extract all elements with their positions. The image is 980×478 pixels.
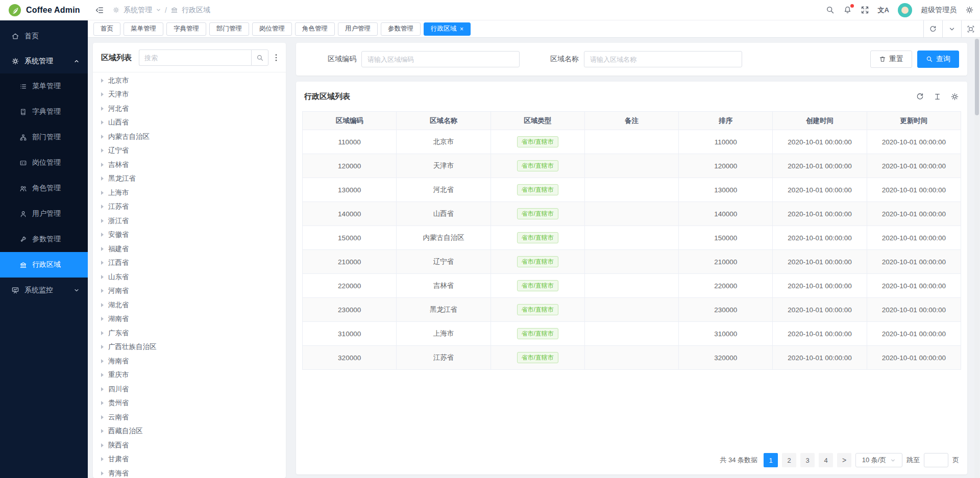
row-density-icon[interactable]: [934, 92, 941, 101]
language-switch-icon[interactable]: 文A: [878, 6, 889, 15]
tree-node[interactable]: 海南省: [93, 354, 286, 368]
sidebar-item-menu-mgmt[interactable]: 菜单管理: [0, 73, 88, 99]
search-icon[interactable]: [826, 6, 835, 14]
sidebar-item-param-mgmt[interactable]: 参数管理: [0, 227, 88, 252]
tab[interactable]: 字典管理: [166, 22, 206, 36]
tree-node[interactable]: 河北省: [93, 102, 286, 116]
tree-node[interactable]: 浙江省: [93, 214, 286, 228]
tab-close-icon[interactable]: [460, 26, 463, 32]
refresh-icon[interactable]: [923, 20, 942, 37]
caret-right-icon[interactable]: [101, 163, 104, 167]
table-row[interactable]: 320000 江苏省 省市/直辖市 320000 2020-10-01 00:0…: [303, 346, 961, 370]
fullscreen-icon[interactable]: [861, 6, 869, 14]
tree-node[interactable]: 天津市: [93, 88, 286, 102]
caret-right-icon[interactable]: [101, 135, 104, 139]
tree-node[interactable]: 上海市: [93, 186, 286, 200]
tab[interactable]: 首页: [93, 22, 120, 36]
tree-node[interactable]: 甘肃省: [93, 452, 286, 467]
caret-right-icon[interactable]: [101, 233, 104, 237]
expand-view-icon[interactable]: [961, 20, 980, 37]
table-row[interactable]: 230000 黑龙江省 省市/直辖市 230000 2020-10-01 00:…: [303, 298, 961, 322]
caret-right-icon[interactable]: [101, 303, 104, 307]
caret-right-icon[interactable]: [101, 191, 104, 195]
table-row[interactable]: 110000 北京市 省市/直辖市 110000 2020-10-01 00:0…: [303, 130, 961, 154]
caret-right-icon[interactable]: [101, 275, 104, 279]
caret-right-icon[interactable]: [101, 373, 104, 377]
query-button[interactable]: 查询: [917, 51, 959, 68]
tree-node[interactable]: 青海省: [93, 466, 286, 478]
tree-node[interactable]: 湖北省: [93, 298, 286, 312]
tree-node[interactable]: 江西省: [93, 256, 286, 270]
tab[interactable]: 用户管理: [338, 22, 378, 36]
page-number-button[interactable]: 2: [782, 453, 796, 467]
tab[interactable]: 岗位管理: [252, 22, 292, 36]
tree-node[interactable]: 福建省: [93, 242, 286, 256]
sidebar-item-region[interactable]: 行政区域: [0, 252, 88, 278]
caret-right-icon[interactable]: [101, 387, 104, 391]
chevron-down-icon[interactable]: [156, 7, 161, 13]
column-settings-gear-icon[interactable]: [950, 92, 959, 101]
refresh-icon[interactable]: [916, 92, 924, 101]
tree-node[interactable]: 广西壮族自治区: [93, 340, 286, 355]
table-header-cell[interactable]: 区域类型: [491, 112, 584, 130]
sidebar-item-home[interactable]: 首页: [0, 23, 88, 48]
tree-node[interactable]: 黑龙江省: [93, 172, 286, 186]
caret-right-icon[interactable]: [101, 261, 104, 265]
tree-node[interactable]: 重庆市: [93, 368, 286, 383]
tree-node[interactable]: 江苏省: [93, 200, 286, 214]
tree-node[interactable]: 吉林省: [93, 158, 286, 172]
table-header-cell[interactable]: 创建时间: [773, 112, 867, 130]
table-row[interactable]: 140000 山西省 省市/直辖市 140000 2020-10-01 00:0…: [303, 202, 961, 226]
tree-node[interactable]: 山西省: [93, 116, 286, 130]
more-options-icon[interactable]: [273, 54, 280, 62]
tab[interactable]: 参数管理: [381, 22, 421, 36]
caret-right-icon[interactable]: [101, 345, 104, 349]
next-page-button[interactable]: >: [837, 453, 851, 467]
page-size-select[interactable]: 10 条/页: [855, 453, 902, 467]
table-header-cell[interactable]: 区域编码: [303, 112, 397, 130]
table-row[interactable]: 130000 河北省 省市/直辖市 130000 2020-10-01 00:0…: [303, 178, 961, 202]
sidebar-item-user-mgmt[interactable]: 用户管理: [0, 201, 88, 227]
caret-right-icon[interactable]: [101, 120, 104, 124]
caret-right-icon[interactable]: [101, 219, 104, 223]
tree-node[interactable]: 四川省: [93, 382, 286, 396]
caret-right-icon[interactable]: [101, 79, 104, 83]
sidebar-collapse-icon[interactable]: [95, 6, 104, 15]
tree-node[interactable]: 广东省: [93, 326, 286, 340]
caret-right-icon[interactable]: [101, 289, 104, 293]
username[interactable]: 超级管理员: [921, 6, 957, 15]
caret-right-icon[interactable]: [101, 471, 104, 475]
caret-right-icon[interactable]: [101, 247, 104, 251]
sidebar-item-dept-mgmt[interactable]: 部门管理: [0, 124, 88, 150]
avatar[interactable]: [898, 3, 912, 17]
caret-right-icon[interactable]: [101, 401, 104, 405]
table-row[interactable]: 120000 天津市 省市/直辖市 120000 2020-10-01 00:0…: [303, 154, 961, 178]
tree-node[interactable]: 云南省: [93, 410, 286, 424]
tree-node[interactable]: 湖南省: [93, 312, 286, 326]
table-row[interactable]: 310000 上海市 省市/直辖市 310000 2020-10-01 00:0…: [303, 322, 961, 346]
sidebar-item-system[interactable]: 系统管理: [0, 48, 88, 73]
tab[interactable]: 行政区域: [424, 22, 471, 36]
caret-right-icon[interactable]: [101, 331, 104, 335]
table-header-cell[interactable]: 区域名称: [397, 112, 491, 130]
tree-node[interactable]: 北京市: [93, 73, 286, 88]
caret-right-icon[interactable]: [101, 177, 104, 181]
tree-node[interactable]: 安徽省: [93, 228, 286, 242]
tab[interactable]: 菜单管理: [124, 22, 163, 36]
page-number-button[interactable]: 1: [764, 453, 778, 467]
table-row[interactable]: 210000 辽宁省 省市/直辖市 210000 2020-10-01 00:0…: [303, 250, 961, 274]
caret-right-icon[interactable]: [101, 415, 104, 419]
sidebar-item-dict-mgmt[interactable]: 字典管理: [0, 99, 88, 124]
chevron-down-icon[interactable]: [942, 20, 961, 37]
caret-right-icon[interactable]: [101, 443, 104, 447]
scrollbar-thumb[interactable]: [975, 39, 979, 115]
vertical-scrollbar[interactable]: [974, 38, 979, 478]
caret-right-icon[interactable]: [101, 205, 104, 209]
table-row[interactable]: 150000 内蒙古自治区 省市/直辖市 150000 2020-10-01 0…: [303, 226, 961, 250]
page-number-button[interactable]: 4: [819, 453, 833, 467]
caret-right-icon[interactable]: [101, 92, 104, 96]
sidebar-item-post-mgmt[interactable]: 岗位管理: [0, 150, 88, 175]
table-header-cell[interactable]: 更新时间: [867, 112, 961, 130]
tree-search-input[interactable]: [139, 49, 251, 66]
caret-right-icon[interactable]: [101, 148, 104, 153]
